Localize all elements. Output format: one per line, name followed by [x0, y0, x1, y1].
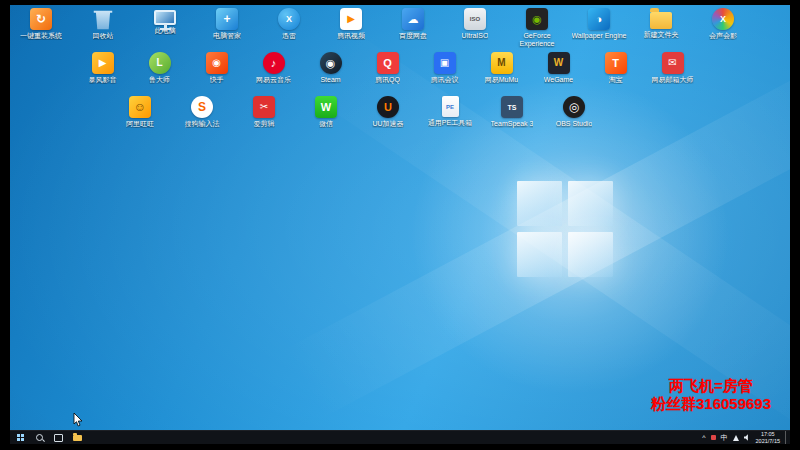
desktop-icon-geforce-experience[interactable]: ◉GeForce Experience: [506, 8, 568, 48]
taskbar-left: [10, 432, 83, 443]
new-folder-icon: [650, 12, 672, 29]
desktop-icon-mail-master[interactable]: ✉网易邮箱大师: [644, 52, 701, 92]
desktop-icon-uu-booster[interactable]: UUU加速器: [357, 96, 419, 136]
show-desktop-button[interactable]: [785, 431, 789, 444]
icon-label: 腾讯会议: [431, 76, 459, 84]
tray-app-icon[interactable]: [711, 435, 716, 440]
wegame-icon: W: [548, 52, 570, 74]
desktop-icon-steam[interactable]: ◉Steam: [302, 52, 359, 92]
desktop-icon-sogou-pinyin[interactable]: S搜狗输入法: [171, 96, 233, 136]
desktop-icon-wegame[interactable]: WWeGame: [530, 52, 587, 92]
network-icon[interactable]: [733, 435, 739, 441]
this-pc-icon: [154, 10, 176, 25]
file-explorer-button[interactable]: [71, 432, 83, 443]
search-button[interactable]: [33, 432, 45, 443]
tengxun-qq-glyph: Q: [383, 58, 392, 69]
desktop-icon-ultraiso[interactable]: ISOUltraISO: [444, 8, 506, 48]
taobao-glyph: T: [612, 58, 619, 69]
sogou-pinyin-icon: S: [191, 96, 213, 118]
icon-row: ▶暴风影音L鲁大师◉快手♪网易云音乐◉SteamQ腾讯QQ▣腾讯会议M网易MuM…: [10, 52, 790, 92]
yijian-chongzhuang-glyph: ↻: [36, 13, 46, 25]
desktop-icon-baidu-wangpan[interactable]: ☁百度网盘: [382, 8, 444, 48]
ali-wangwang-icon: ☺: [129, 96, 151, 118]
desktop-icon-ali-wangwang[interactable]: ☺阿里旺旺: [109, 96, 171, 136]
icon-label: 淘宝: [609, 76, 623, 84]
desktop-icon-yijian-chongzhuang[interactable]: ↻一键重装系统: [10, 8, 72, 48]
icon-label: 暴风影音: [89, 76, 117, 84]
aijianji-glyph: ✂: [260, 102, 268, 112]
ludashi-glyph: L: [156, 58, 162, 68]
netease-mumu-icon: M: [491, 52, 513, 74]
icon-label: 迅雷: [282, 32, 296, 40]
desktop-icon-recycle-bin[interactable]: 回收站: [72, 8, 134, 48]
ultraiso-glyph: ISO: [470, 16, 480, 22]
icon-label: 通用PE工具箱: [428, 119, 472, 127]
desktop-icon-baofeng-yingyin[interactable]: ▶暴风影音: [74, 52, 131, 92]
diannao-guanjia-icon: +: [216, 8, 238, 30]
obs-studio-icon: ◎: [563, 96, 585, 118]
netease-music-glyph: ♪: [271, 58, 277, 69]
xunlei-icon: X: [278, 8, 300, 30]
taskbar-clock[interactable]: 17:05 2021/7/15: [756, 431, 780, 443]
desktop-icon-new-folder[interactable]: 新建文件夹: [630, 8, 692, 48]
desktop-icon-xunlei[interactable]: X迅雷: [258, 8, 320, 48]
icon-label: 网易MuMu: [485, 76, 518, 84]
volume-icon[interactable]: [744, 434, 751, 441]
ali-wangwang-glyph: ☺: [134, 101, 146, 113]
icon-label: 一键重装系统: [20, 32, 62, 40]
steam-icon: ◉: [320, 52, 342, 74]
desktop-icon-kuaishou[interactable]: ◉快手: [188, 52, 245, 92]
teamspeak-icon: TS: [501, 96, 523, 118]
desktop-icon-teamspeak[interactable]: TSTeamSpeak 3: [481, 96, 543, 136]
icon-label: 腾讯QQ: [375, 76, 400, 84]
desktop-icon-netease-music[interactable]: ♪网易云音乐: [245, 52, 302, 92]
overlay-line2: 粉丝群316059693: [636, 395, 786, 414]
tengxun-shipin-icon: ▶: [340, 8, 362, 30]
system-tray: ^ 中 17:05 2021/7/15: [702, 431, 790, 444]
icon-label: 回收站: [93, 32, 114, 40]
netease-mumu-glyph: M: [497, 58, 505, 68]
desktop-icon-obs-studio[interactable]: ◎OBS Studio: [543, 96, 605, 136]
desktop-icon-wallpaper-engine[interactable]: ◑Wallpaper Engine: [568, 8, 630, 48]
desktop-icon-tengxun-qq[interactable]: Q腾讯QQ: [359, 52, 416, 92]
desktop-icon-this-pc[interactable]: 此电脑: [134, 8, 196, 48]
desktop-icon-huishenghuiying[interactable]: X会声会影: [692, 8, 754, 48]
icon-label: 搜狗输入法: [185, 120, 220, 128]
desktop-icon-taobao[interactable]: T淘宝: [587, 52, 644, 92]
icon-label: Wallpaper Engine: [572, 32, 627, 40]
mouse-cursor: [73, 413, 83, 427]
desktop-icon-netease-mumu[interactable]: M网易MuMu: [473, 52, 530, 92]
icon-label: 快手: [210, 76, 224, 84]
desktop-icon-ludashi[interactable]: L鲁大师: [131, 52, 188, 92]
diannao-guanjia-glyph: +: [223, 13, 230, 25]
icon-label: WeGame: [544, 76, 573, 84]
icon-label: 会声会影: [709, 32, 737, 40]
mail-master-icon: ✉: [662, 52, 684, 74]
kuaishou-glyph: ◉: [212, 58, 221, 68]
icon-label: 腾讯视频: [337, 32, 365, 40]
geforce-experience-glyph: ◉: [532, 14, 542, 25]
tengxun-qq-icon: Q: [377, 52, 399, 74]
icon-label: OBS Studio: [556, 120, 593, 128]
icon-label: 阿里旺旺: [126, 120, 154, 128]
uu-booster-icon: U: [377, 96, 399, 118]
baidu-wangpan-icon: ☁: [402, 8, 424, 30]
desktop-icon-aijianji[interactable]: ✂爱剪辑: [233, 96, 295, 136]
desktop-icon-wechat[interactable]: W微信: [295, 96, 357, 136]
desktop-icon-tongyong-pe[interactable]: PE通用PE工具箱: [419, 96, 481, 136]
icon-label: TeamSpeak 3: [491, 120, 534, 128]
taobao-icon: T: [605, 52, 627, 74]
task-view-button[interactable]: [52, 432, 64, 443]
search-icon: [36, 434, 43, 441]
desktop-icon-diannao-guanjia[interactable]: +电脑管家: [196, 8, 258, 48]
windows-flag-icon: [17, 434, 24, 441]
aijianji-icon: ✂: [253, 96, 275, 118]
icon-row: ☺阿里旺旺S搜狗输入法✂爱剪辑W微信UUU加速器PE通用PE工具箱TSTeamS…: [10, 96, 790, 136]
start-button[interactable]: [14, 432, 26, 443]
desktop[interactable]: ↻一键重装系统回收站此电脑+电脑管家X迅雷▶腾讯视频☁百度网盘ISOUltraI…: [10, 5, 790, 444]
ime-indicator[interactable]: 中: [721, 434, 728, 441]
desktop-icon-tengxun-shipin[interactable]: ▶腾讯视频: [320, 8, 382, 48]
icon-label: GeForce Experience: [508, 32, 566, 48]
hidden-icons-button[interactable]: ^: [702, 434, 705, 441]
desktop-icon-tencent-meeting[interactable]: ▣腾讯会议: [416, 52, 473, 92]
